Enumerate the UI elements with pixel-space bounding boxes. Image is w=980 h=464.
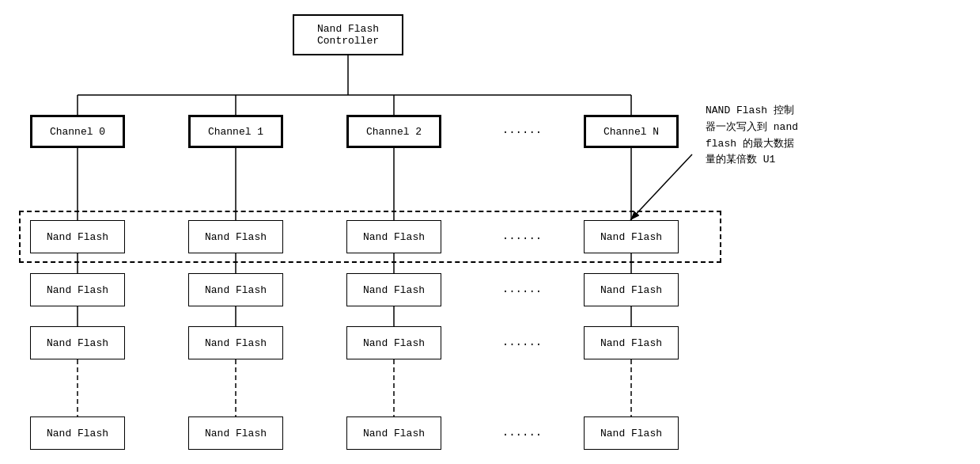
nand-r0cN: Nand Flash xyxy=(584,220,679,253)
nand-r3c0: Nand Flash xyxy=(30,416,125,450)
nand-r1c2: Nand Flash xyxy=(346,273,441,306)
nand-r0c2: Nand Flash xyxy=(346,220,441,253)
nand-r2c1: Nand Flash xyxy=(188,326,283,359)
nand-r3cN: Nand Flash xyxy=(584,416,679,450)
nand-r3c1: Nand Flash xyxy=(188,416,283,450)
dots-row3: ...... xyxy=(498,426,546,439)
dots-row2: ...... xyxy=(498,336,546,348)
dots-channels: ...... xyxy=(498,124,546,136)
controller-box: Nand Flash Controller xyxy=(293,14,403,55)
channel-0-label: Channel 0 xyxy=(50,126,105,138)
nand-r2c0: Nand Flash xyxy=(30,326,125,359)
channel-0-box: Channel 0 xyxy=(30,115,125,148)
nand-r3c2: Nand Flash xyxy=(346,416,441,450)
channel-2-box: Channel 2 xyxy=(346,115,441,148)
nand-r2cN: Nand Flash xyxy=(584,326,679,359)
channel-n-box: Channel N xyxy=(584,115,679,148)
dots-row1: ...... xyxy=(498,283,546,295)
controller-label: Nand Flash Controller xyxy=(317,23,379,47)
diagram-container: Nand Flash Controller Channel 0 Channel … xyxy=(0,0,980,464)
channel-n-label: Channel N xyxy=(604,126,659,138)
channel-1-box: Channel 1 xyxy=(188,115,283,148)
dots-row0: ...... xyxy=(498,230,546,242)
nand-r0c0: Nand Flash xyxy=(30,220,125,253)
channel-1-label: Channel 1 xyxy=(208,126,263,138)
channel-2-label: Channel 2 xyxy=(366,126,422,138)
nand-r1cN: Nand Flash xyxy=(584,273,679,306)
nand-r2c2: Nand Flash xyxy=(346,326,441,359)
nand-r1c0: Nand Flash xyxy=(30,273,125,306)
nand-r1c1: Nand Flash xyxy=(188,273,283,306)
annotation-text: NAND Flash 控制 器一次写入到 nand flash 的最大数据 量的… xyxy=(706,103,895,169)
nand-r0c1: Nand Flash xyxy=(188,220,283,253)
